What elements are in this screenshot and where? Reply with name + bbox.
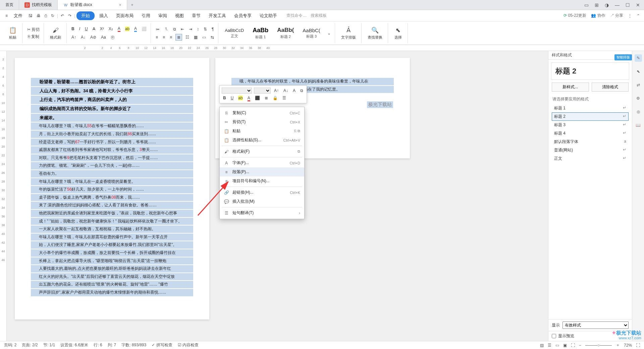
collapse-ribbon-icon[interactable]: ⌃ — [637, 13, 640, 18]
show-marks-button[interactable]: ¶ — [210, 26, 215, 32]
tab-templates[interactable]: D 找稻壳模板 — [19, 0, 58, 10]
view-read-icon[interactable]: ▣ — [563, 343, 567, 348]
line-spacing-button[interactable]: ↕ — [196, 26, 200, 32]
style-item-heading2[interactable]: 标题 2↵ — [552, 112, 629, 121]
distribute-button[interactable]: ☷ — [184, 34, 191, 40]
mini-shrink-font-icon[interactable]: A↓ — [282, 88, 289, 94]
select-button[interactable]: ⬉ 选择 — [391, 25, 405, 41]
menu-layout[interactable]: 页面布局 — [113, 11, 137, 20]
ctx-paragraph[interactable]: ≡段落(P)... — [220, 167, 304, 177]
highlight-button[interactable]: ab — [124, 26, 131, 32]
quick-preview-icon[interactable]: ⎙ — [43, 12, 48, 19]
cut-button[interactable]: ✂ 剪切 — [26, 26, 41, 33]
borders-button[interactable]: ▭ — [201, 34, 207, 40]
smart-layout-badge[interactable]: 智能排版 — [614, 54, 632, 60]
ctx-comment[interactable]: 💬插入批注(M) — [220, 197, 304, 206]
decrease-indent-button[interactable]: ⇤ — [179, 26, 185, 32]
change-case-button[interactable]: Aa — [100, 34, 107, 40]
grow-font-button[interactable]: A↑ — [70, 34, 77, 40]
side-nav-icon[interactable]: ⇄ — [635, 81, 642, 89]
copy-button[interactable]: ⎘ 复制 — [26, 33, 41, 40]
side-edit-icon[interactable]: ✎ — [635, 54, 642, 62]
style-heading1[interactable]: AaBb标题 1 — [250, 25, 271, 41]
style-heading3[interactable]: AaBbC(标题 3 — [300, 26, 323, 41]
underline-button[interactable]: U — [84, 26, 89, 32]
quick-print-icon[interactable]: 🖶 — [35, 12, 42, 19]
style-more-button[interactable]: ⌄ — [326, 30, 332, 36]
increase-indent-button[interactable]: ⇥ — [187, 26, 194, 32]
mini-clear-icon[interactable]: A — [291, 88, 297, 94]
minimize-button[interactable]: — — [615, 2, 620, 8]
menu-devtools[interactable]: 开发工具 — [205, 11, 229, 20]
quick-refresh-icon[interactable]: ↻ — [50, 12, 56, 19]
mini-underline-icon[interactable]: U — [229, 95, 235, 101]
menu-reference[interactable]: 引用 — [138, 11, 154, 20]
preview-checkbox[interactable] — [552, 334, 556, 338]
subscript-button[interactable]: X₂ — [107, 26, 114, 32]
char-border-button[interactable]: ⬜ — [140, 26, 148, 32]
status-content-check[interactable]: ☑ 内容检查 — [178, 342, 199, 348]
ctx-font[interactable]: A字体(F)...Ctrl+D — [220, 158, 304, 167]
close-button[interactable]: ✕ — [636, 2, 640, 8]
view-web-icon[interactable]: ☰ — [548, 343, 551, 348]
clear-format-button-panel[interactable]: 清除格式 — [592, 83, 629, 92]
current-style-display[interactable]: 标题 2 — [551, 62, 629, 80]
style-normal[interactable]: AaBbCcD正文 — [222, 26, 247, 40]
layout-icon[interactable]: ▭ — [584, 2, 589, 8]
quick-save-icon[interactable]: 🖫 — [27, 12, 34, 19]
find-replace-button[interactable]: 🔍 查找替换 — [365, 25, 385, 41]
view-outline-icon[interactable]: ▭ — [555, 343, 559, 348]
maximize-button[interactable]: ☐ — [626, 2, 630, 8]
style-item-default-font[interactable]: 默认段落字体a — [552, 138, 629, 146]
phonetic-button[interactable]: ㊥ — [109, 34, 116, 41]
style-item-normal[interactable]: 正文↵ — [552, 154, 629, 163]
ctx-cut[interactable]: ✂剪切(T)Ctrl+X — [220, 117, 304, 127]
strike-button[interactable]: A̶ — [91, 26, 97, 32]
align-right-button[interactable]: ≡ — [168, 34, 173, 40]
grid-icon[interactable]: ⊞ — [595, 2, 599, 8]
mini-shade-icon[interactable]: ⬛ — [254, 95, 261, 101]
side-cursor-icon[interactable]: ⬉ — [635, 68, 642, 75]
mini-lock-icon[interactable]: 🔒 — [271, 95, 279, 101]
menu-view[interactable]: 视图 — [172, 11, 187, 20]
menu-insert[interactable]: 插入 — [96, 11, 111, 20]
update-badge[interactable]: ⟳ 05-22更新 — [564, 13, 586, 18]
char-shade-button[interactable]: A — [133, 26, 138, 33]
italic-button[interactable]: I — [78, 26, 82, 32]
mini-grow-font-icon[interactable]: A↑ — [273, 88, 280, 94]
mini-copy-style-icon[interactable]: ⧉ — [299, 88, 305, 94]
tabs-button[interactable]: ⇆ — [209, 34, 215, 40]
hamburger-icon[interactable]: ≡ — [4, 12, 9, 19]
numbering-button[interactable]: ⒈ — [163, 26, 170, 33]
bullets-button[interactable]: ≔ — [154, 26, 161, 32]
ctx-translate[interactable]: ☰短句翻译(T)› — [220, 208, 304, 217]
style-item-heading3[interactable]: 标题 3↵ — [552, 121, 629, 129]
ctx-bullets-numbering[interactable]: ≡项目符号和编号(N)... — [220, 177, 304, 186]
coop-button[interactable]: 👥 协作 — [591, 13, 605, 18]
avatar-icon[interactable]: ◑ — [605, 2, 609, 8]
close-tab-icon[interactable]: × — [119, 3, 121, 7]
ctx-paste[interactable]: 📋粘贴⎘ ⧉ — [220, 127, 304, 136]
mini-bold-icon[interactable]: B — [222, 95, 227, 101]
search-command-input[interactable]: 查找命令… — [286, 13, 307, 18]
menu-start[interactable]: 开始 — [76, 11, 95, 20]
redo-icon[interactable]: ↷ — [67, 12, 73, 19]
mini-align-icon[interactable]: ≣ — [263, 95, 269, 101]
align-left-button[interactable]: ≡ — [154, 34, 159, 40]
add-tab-button[interactable]: ＋ — [127, 0, 137, 10]
tab-home[interactable]: 首页 — [0, 0, 19, 10]
paste-button[interactable]: 📋 粘贴 — [6, 25, 19, 41]
view-print-icon[interactable]: ▤ — [540, 343, 544, 348]
vertical-ruler[interactable]: 2246810121416182022242628303234363840424… — [0, 51, 7, 341]
align-justify-button[interactable]: ≣ — [175, 34, 182, 41]
menu-file[interactable]: 文件 — [10, 11, 26, 20]
multilevel-button[interactable]: ⧉ — [172, 26, 177, 32]
ctx-copy[interactable]: ⎘复制(C)Ctrl+C — [220, 108, 304, 117]
show-dropdown[interactable]: 有效样式 — [562, 321, 629, 329]
shading-button[interactable]: ▦ — [193, 34, 199, 40]
style-heading2[interactable]: AaBb(标题 2 — [274, 25, 297, 41]
zoom-value[interactable]: 72% — [624, 343, 632, 348]
status-spellcheck[interactable]: ✓ 拼写检查 — [152, 342, 172, 348]
mini-font-dropdown[interactable] — [222, 88, 252, 94]
mini-highlight-icon[interactable]: ab — [237, 95, 244, 101]
